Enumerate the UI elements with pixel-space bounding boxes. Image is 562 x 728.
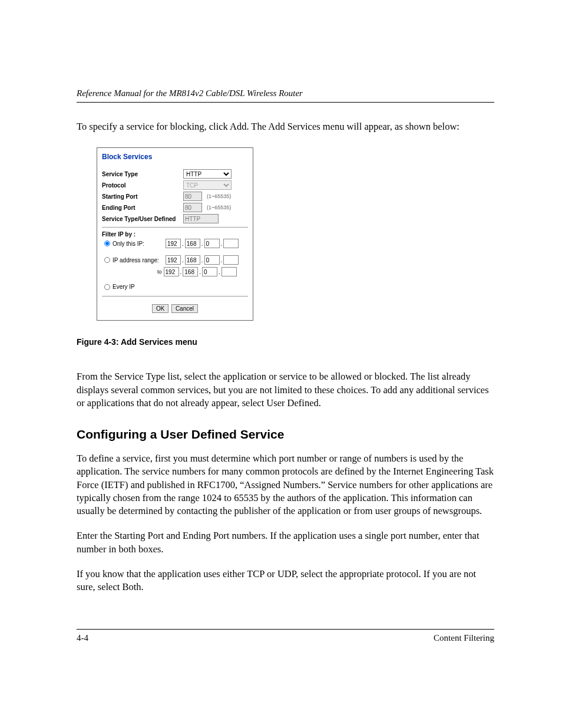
ip-only-4[interactable] <box>223 239 239 248</box>
ip-to-1[interactable] <box>164 267 179 276</box>
paragraph-1: From the Service Type list, select the a… <box>77 370 494 410</box>
screenshot-title: Block Services <box>102 153 248 161</box>
ok-button[interactable]: OK <box>152 304 168 313</box>
label-only-this-ip: Only this IP: <box>113 241 166 247</box>
input-user-defined[interactable] <box>183 214 219 223</box>
paragraph-2: To define a service, first you must dete… <box>77 452 494 518</box>
label-user-defined: Service Type/User Defined <box>102 216 183 222</box>
divider-2 <box>102 296 248 297</box>
intro-paragraph: To specify a service for blocking, click… <box>77 120 494 133</box>
label-ip-range: IP address range: <box>113 257 166 263</box>
ip-from-2[interactable] <box>185 255 200 265</box>
input-starting-port[interactable] <box>183 192 202 201</box>
range-ending-port: (1~65535) <box>207 205 231 210</box>
label-protocol: Protocol <box>102 182 183 189</box>
paragraph-4: If you know that the application uses ei… <box>77 568 494 594</box>
select-protocol[interactable]: TCP <box>183 180 232 190</box>
label-starting-port: Starting Port <box>102 193 183 200</box>
ip-from-3[interactable] <box>204 255 220 265</box>
label-to: to <box>157 269 162 275</box>
footer-section: Content Filtering <box>434 633 494 643</box>
radio-every-ip[interactable] <box>104 284 110 290</box>
radio-ip-range[interactable] <box>104 257 110 263</box>
label-ending-port: Ending Port <box>102 205 183 211</box>
filter-heading: Filter IP by : <box>102 231 248 238</box>
input-ending-port[interactable] <box>183 203 202 212</box>
page-header: Reference Manual for the MR814v2 Cable/D… <box>77 88 494 103</box>
ip-only-3[interactable] <box>204 239 220 248</box>
range-starting-port: (1~65535) <box>207 193 231 199</box>
ip-only-1[interactable] <box>166 239 181 248</box>
ip-to-2[interactable] <box>183 267 198 276</box>
label-every-ip: Every IP <box>113 284 166 290</box>
section-heading: Configuring a User Defined Service <box>77 427 494 442</box>
ip-from-1[interactable] <box>166 255 181 265</box>
cancel-button[interactable]: Cancel <box>171 304 198 313</box>
ip-to-4[interactable] <box>222 267 237 276</box>
select-service-type[interactable]: HTTP <box>183 169 232 179</box>
figure-caption: Figure 4-3: Add Services menu <box>77 337 494 347</box>
ip-to-3[interactable] <box>202 267 217 276</box>
radio-only-this-ip[interactable] <box>104 241 110 246</box>
divider <box>102 227 248 228</box>
label-service-type: Service Type <box>102 171 183 177</box>
screenshot-block-services: Block Services Service Type HTTP Protoco… <box>97 147 253 321</box>
paragraph-3: Enter the Starting Port and Ending Port … <box>77 529 494 556</box>
ip-from-4[interactable] <box>223 255 239 265</box>
ip-only-2[interactable] <box>185 239 200 248</box>
footer-page-number: 4-4 <box>77 633 88 643</box>
